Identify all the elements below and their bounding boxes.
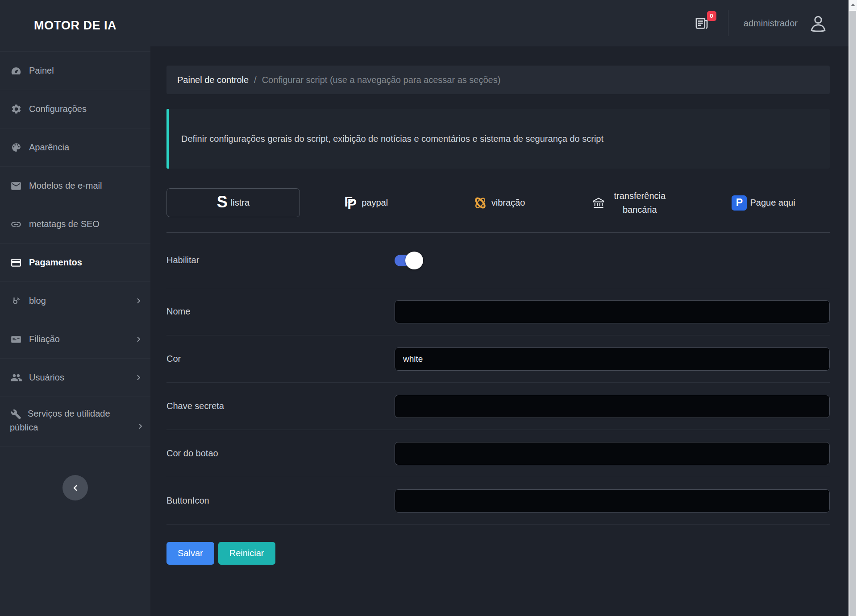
info-banner: Definir configurações gerais do script, …	[166, 109, 830, 169]
sidebar-item-blog[interactable]: blog	[0, 282, 150, 320]
blog-icon	[10, 296, 22, 306]
breadcrumb-separator: /	[254, 75, 257, 85]
chevron-right-icon	[135, 297, 142, 305]
form-row-chave-secreta: Chave secreta	[166, 383, 830, 430]
sidebar-item-label: Configurações	[29, 104, 87, 114]
gauge-icon	[10, 65, 22, 77]
cor-input[interactable]	[395, 347, 830, 371]
chevron-right-icon	[137, 422, 144, 430]
form-row-nome: Nome	[166, 288, 830, 335]
vibration-swirl-icon	[472, 195, 488, 211]
save-button[interactable]: Salvar	[166, 542, 214, 565]
sidebar-item-label: metatags de SEO	[29, 219, 100, 229]
scrollbar-thumb[interactable]	[849, 11, 856, 616]
reset-button[interactable]: Reiniciar	[218, 542, 275, 565]
sidebar-item-servicos-utilidade[interactable]: Serviços de utilidade pública	[0, 397, 150, 446]
payment-method-tabs: S listra PP paypal vibração transferênci…	[166, 188, 830, 233]
sidebar-nav: Painel Configurações Aparência Modelos d…	[0, 52, 150, 446]
sidebar-item-pagamentos[interactable]: Pagamentos	[0, 244, 150, 282]
cor-do-botao-input[interactable]	[395, 442, 830, 465]
sidebar-item-configuracoes[interactable]: Configurações	[0, 90, 150, 128]
sidebar-item-label: Painel	[29, 66, 54, 76]
habilitar-toggle[interactable]	[395, 255, 418, 266]
toggle-knob	[405, 252, 423, 269]
form-actions: Salvar Reiniciar	[166, 525, 830, 565]
breadcrumb-current-page: Configurar script (use a navegação para …	[262, 75, 501, 85]
scrollbar	[849, 0, 857, 616]
bank-icon	[591, 196, 606, 210]
nome-input[interactable]	[395, 300, 830, 323]
field-label-nome: Nome	[166, 306, 395, 317]
sidebar-item-filiacao[interactable]: Filiação	[0, 320, 150, 359]
notifications-button[interactable]: 0	[693, 16, 710, 31]
tab-paypal[interactable]: PP paypal	[300, 188, 433, 217]
sidebar-item-modelos-email[interactable]: Modelos de e-mail	[0, 167, 150, 205]
scroll-up-button[interactable]	[849, 0, 857, 10]
tab-stripe[interactable]: S listra	[166, 188, 300, 217]
form-row-cor: Cor	[166, 335, 830, 383]
form-row-buttonicon: ButtonIcon	[166, 477, 830, 525]
field-label-cor: Cor	[166, 354, 395, 364]
breadcrumb: Painel de controle / Configurar script (…	[166, 66, 830, 94]
username-label: administrador	[744, 18, 798, 29]
tab-transferencia-bancaria[interactable]: transferência bancária	[565, 188, 697, 217]
field-label-chave-secreta: Chave secreta	[166, 401, 395, 411]
tab-vibracao[interactable]: vibração	[433, 188, 565, 217]
paystack-icon: P	[732, 195, 747, 211]
sidebar-item-label: Modelos de e-mail	[29, 181, 102, 191]
sidebar-collapse-button[interactable]	[62, 475, 88, 500]
palette-icon	[10, 142, 22, 153]
sidebar-item-label: Serviços de utilidade pública	[10, 409, 110, 432]
tab-pague-aqui[interactable]: P Pague aqui	[697, 188, 830, 217]
form-row-cor-do-botao: Cor do botao	[166, 430, 830, 477]
buttonicon-input[interactable]	[395, 489, 830, 513]
wrench-icon	[10, 409, 22, 420]
paypal-icon: PP	[344, 194, 358, 212]
user-menu[interactable]: administrador	[744, 12, 829, 34]
field-label-cor-do-botao: Cor do botao	[166, 448, 395, 459]
credit-card-icon	[10, 257, 22, 269]
sidebar-item-metatags-seo[interactable]: metatags de SEO	[0, 205, 150, 244]
topbar: 0 administrador	[150, 0, 849, 46]
tab-label: vibração	[491, 198, 525, 208]
sidebar-item-label: Usuários	[29, 372, 64, 383]
info-banner-text: Definir configurações gerais do script, …	[181, 134, 603, 144]
chevron-right-icon	[135, 374, 142, 381]
id-card-icon	[10, 334, 22, 345]
mail-icon	[10, 180, 22, 192]
chevron-right-icon	[135, 335, 142, 343]
tab-label: transferência bancária	[609, 189, 670, 217]
chevron-left-icon	[71, 484, 80, 492]
tab-label: paypal	[362, 198, 388, 208]
notification-badge: 0	[707, 11, 716, 21]
sidebar-item-label: Pagamentos	[29, 257, 82, 268]
sidebar-item-aparencia[interactable]: Aparência	[0, 128, 150, 167]
field-label-habilitar: Habilitar	[166, 255, 395, 265]
sidebar-item-painel[interactable]: Painel	[0, 52, 150, 90]
field-label-buttonicon: ButtonIcon	[166, 496, 395, 506]
breadcrumb-item-painel-de-controle[interactable]: Painel de controle	[177, 75, 249, 85]
sidebar: MOTOR DE IA Painel Configurações Aparênc…	[0, 0, 150, 616]
person-circle-icon	[807, 12, 829, 34]
sidebar-item-label: blog	[29, 296, 46, 306]
sidebar-item-label: Filiação	[29, 334, 60, 344]
main-content: Painel de controle / Configurar script (…	[150, 46, 849, 616]
tab-label: listra	[231, 198, 250, 208]
app-logo: MOTOR DE IA	[0, 0, 150, 52]
sidebar-item-usuarios[interactable]: Usuários	[0, 359, 150, 397]
form-row-habilitar: Habilitar	[166, 233, 830, 288]
users-icon	[10, 372, 22, 384]
chave-secreta-input[interactable]	[395, 395, 830, 418]
link-icon	[10, 219, 22, 230]
gear-icon	[10, 103, 22, 115]
tab-label: Pague aqui	[750, 198, 795, 208]
topbar-divider	[728, 10, 728, 36]
sidebar-item-label: Aparência	[29, 142, 69, 153]
stripe-icon: S	[217, 194, 228, 210]
